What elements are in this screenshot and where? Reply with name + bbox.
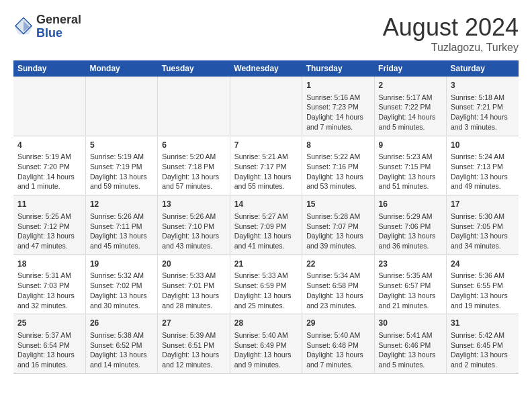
cell-text: and 36 minutes. [379, 241, 442, 251]
cell-text: Daylight: 13 hours [17, 231, 81, 241]
cell-text: Sunrise: 5:41 AM [379, 330, 442, 340]
cell-text: Sunset: 7:02 PM [90, 281, 153, 291]
cell-text: and 59 minutes. [90, 181, 153, 191]
calendar-cell: 31Sunrise: 5:42 AMSunset: 6:45 PMDayligh… [447, 314, 519, 374]
cell-text: Sunrise: 5:30 AM [451, 212, 515, 222]
day-number: 14 [234, 199, 298, 210]
cell-text: Daylight: 14 hours [17, 172, 81, 182]
cell-text: Daylight: 13 hours [306, 172, 369, 182]
calendar-cell: 23Sunrise: 5:35 AMSunset: 6:57 PMDayligh… [374, 255, 446, 314]
calendar-cell: 9Sunrise: 5:23 AMSunset: 7:15 PMDaylight… [374, 136, 446, 195]
cell-text: Daylight: 13 hours [379, 350, 442, 360]
calendar-cell: 7Sunrise: 5:21 AMSunset: 7:17 PMDaylight… [230, 136, 302, 195]
day-number: 24 [451, 259, 515, 270]
calendar-week-2: 4Sunrise: 5:19 AMSunset: 7:20 PMDaylight… [13, 136, 519, 195]
calendar-cell: 5Sunrise: 5:19 AMSunset: 7:19 PMDaylight… [85, 136, 157, 195]
cell-text: Sunrise: 5:36 AM [451, 271, 515, 281]
cell-text: Sunrise: 5:16 AM [306, 93, 369, 103]
logo-blue-text: Blue [36, 27, 81, 40]
cell-text: and 55 minutes. [234, 181, 298, 191]
cell-text: and 16 minutes. [17, 360, 81, 370]
cell-text: Sunrise: 5:42 AM [451, 330, 515, 340]
cell-text: Daylight: 13 hours [451, 350, 515, 360]
calendar-cell: 30Sunrise: 5:41 AMSunset: 6:46 PMDayligh… [374, 314, 446, 374]
cell-text: and 49 minutes. [451, 181, 515, 191]
cell-text: Daylight: 13 hours [451, 291, 515, 301]
cell-text: Sunset: 6:49 PM [234, 340, 298, 351]
day-number: 18 [17, 259, 81, 270]
weekday-header-wednesday: Wednesday [230, 60, 302, 77]
cell-text: Sunset: 7:16 PM [306, 162, 369, 172]
cell-text: Sunset: 7:05 PM [451, 222, 515, 232]
day-number: 30 [379, 318, 442, 329]
calendar-cell: 12Sunrise: 5:26 AMSunset: 7:11 PMDayligh… [85, 195, 157, 255]
cell-text: and 2 minutes. [451, 360, 515, 370]
cell-text: Sunrise: 5:18 AM [451, 93, 515, 103]
calendar-cell: 14Sunrise: 5:27 AMSunset: 7:09 PMDayligh… [230, 195, 302, 255]
cell-text: Sunrise: 5:26 AM [90, 212, 153, 222]
cell-text: Sunrise: 5:34 AM [306, 271, 369, 281]
calendar-body: 1Sunrise: 5:16 AMSunset: 7:23 PMDaylight… [13, 77, 519, 373]
cell-text: Sunset: 7:06 PM [379, 222, 442, 232]
logo: General Blue [13, 13, 81, 40]
cell-text: Sunrise: 5:39 AM [162, 330, 225, 340]
page-header: General Blue August 2024 Tuzlagozu, Turk… [13, 13, 519, 54]
day-number: 23 [379, 259, 442, 270]
cell-text: Sunrise: 5:33 AM [162, 271, 225, 281]
cell-text: Daylight: 13 hours [17, 350, 81, 360]
calendar-cell: 4Sunrise: 5:19 AMSunset: 7:20 PMDaylight… [13, 136, 85, 195]
calendar-cell [85, 77, 157, 136]
cell-text: Sunset: 6:51 PM [162, 340, 225, 351]
cell-text: and 7 minutes. [306, 360, 369, 370]
cell-text: Sunset: 7:11 PM [90, 222, 153, 232]
calendar-week-3: 11Sunrise: 5:25 AMSunset: 7:12 PMDayligh… [13, 195, 519, 255]
cell-text: Sunset: 7:17 PM [234, 162, 298, 172]
cell-text: Sunset: 6:45 PM [451, 340, 515, 351]
logo-text: General Blue [36, 13, 81, 40]
cell-text: Sunrise: 5:29 AM [379, 212, 442, 222]
cell-text: Sunrise: 5:33 AM [234, 271, 298, 281]
cell-text: Sunset: 7:15 PM [379, 162, 442, 172]
calendar-cell: 29Sunrise: 5:40 AMSunset: 6:48 PMDayligh… [302, 314, 374, 374]
calendar-cell: 2Sunrise: 5:17 AMSunset: 7:22 PMDaylight… [374, 77, 446, 136]
cell-text: Daylight: 14 hours [451, 112, 515, 122]
day-number: 12 [90, 199, 153, 210]
calendar-cell: 27Sunrise: 5:39 AMSunset: 6:51 PMDayligh… [158, 314, 230, 374]
weekday-header-saturday: Saturday [447, 60, 519, 77]
calendar-cell: 28Sunrise: 5:40 AMSunset: 6:49 PMDayligh… [230, 314, 302, 374]
cell-text: Sunrise: 5:31 AM [17, 271, 81, 281]
cell-text: Sunrise: 5:37 AM [17, 330, 81, 340]
cell-text: Daylight: 13 hours [379, 231, 442, 241]
cell-text: and 30 minutes. [90, 301, 153, 311]
cell-text: Sunrise: 5:40 AM [234, 330, 298, 340]
calendar-cell [13, 77, 85, 136]
cell-text: Sunrise: 5:22 AM [306, 152, 369, 162]
cell-text: Daylight: 13 hours [90, 291, 153, 301]
calendar-table: SundayMondayTuesdayWednesdayThursdayFrid… [13, 60, 519, 374]
cell-text: Sunset: 6:55 PM [451, 281, 515, 291]
calendar-week-5: 25Sunrise: 5:37 AMSunset: 6:54 PMDayligh… [13, 314, 519, 374]
day-number: 13 [162, 199, 225, 210]
cell-text: Sunrise: 5:26 AM [162, 212, 225, 222]
cell-text: Sunset: 7:18 PM [162, 162, 225, 172]
day-number: 8 [306, 140, 369, 151]
cell-text: Sunset: 7:19 PM [90, 162, 153, 172]
cell-text: Sunset: 6:59 PM [234, 281, 298, 291]
day-number: 1 [306, 80, 369, 91]
cell-text: Sunset: 6:57 PM [379, 281, 442, 291]
day-number: 31 [451, 318, 515, 329]
cell-text: Daylight: 14 hours [306, 112, 369, 122]
cell-text: Sunrise: 5:25 AM [17, 212, 81, 222]
calendar-cell: 8Sunrise: 5:22 AMSunset: 7:16 PMDaylight… [302, 136, 374, 195]
calendar-cell: 17Sunrise: 5:30 AMSunset: 7:05 PMDayligh… [447, 195, 519, 255]
cell-text: Sunset: 7:21 PM [451, 102, 515, 112]
day-number: 9 [379, 140, 442, 151]
cell-text: and 57 minutes. [162, 181, 225, 191]
cell-text: Daylight: 13 hours [162, 231, 225, 241]
cell-text: Daylight: 13 hours [234, 291, 298, 301]
calendar-cell: 1Sunrise: 5:16 AMSunset: 7:23 PMDaylight… [302, 77, 374, 136]
calendar-week-1: 1Sunrise: 5:16 AMSunset: 7:23 PMDaylight… [13, 77, 519, 136]
cell-text: and 9 minutes. [234, 360, 298, 370]
cell-text: Daylight: 13 hours [306, 350, 369, 360]
cell-text: Sunset: 7:12 PM [17, 222, 81, 232]
